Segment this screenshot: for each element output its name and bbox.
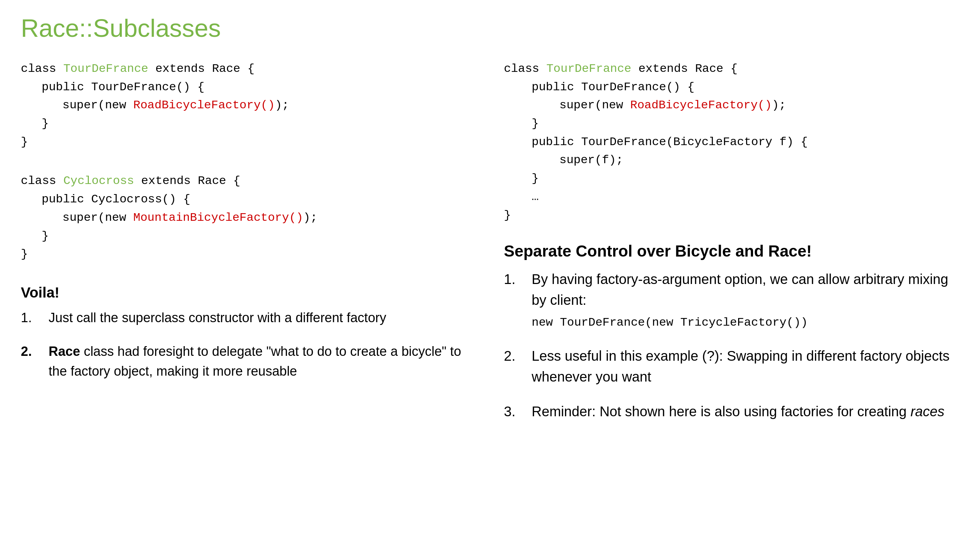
page-title: Race::Subclasses — [21, 14, 959, 42]
list-text-1: Just call the superclass constructor wit… — [49, 308, 386, 328]
keyword: class — [504, 62, 546, 75]
code-line: } — [504, 115, 959, 133]
race-bold: Race — [49, 344, 80, 359]
code-block-cyclocross: class Cyclocross extends Race { public C… — [21, 172, 476, 263]
code-line: } — [21, 245, 476, 263]
code-line: super(new RoadBicycleFactory()); — [504, 96, 959, 115]
code-line: super(new MountainBicycleFactory()); — [21, 209, 476, 227]
extends-race: extends Race { — [631, 62, 737, 75]
factory-name: RoadBicycleFactory() — [630, 99, 772, 112]
constructor-decl: public TourDeFrance() { — [41, 81, 204, 94]
right-list-item-3: 3. Reminder: Not shown here is also usin… — [504, 401, 959, 422]
classname-tourdeFrance: TourDeFrance — [546, 62, 631, 75]
keyword: class — [21, 62, 63, 75]
keyword: class — [21, 174, 63, 187]
super-call: super(new — [559, 99, 630, 112]
voila-section: Voila! 1. Just call the superclass const… — [21, 284, 476, 381]
code-line: } — [504, 206, 959, 225]
classname-cyclocross: Cyclocross — [63, 174, 134, 187]
semicolon: ); — [303, 211, 318, 224]
code-line: … — [504, 188, 959, 206]
separate-control-section: Separate Control over Bicycle and Race! … — [504, 242, 959, 422]
constructor-decl: public Cyclocross() { — [41, 193, 190, 206]
code-line: super(new RoadBicycleFactory()); — [21, 96, 476, 115]
right-list-text-1-main: By having factory-as-argument option, we… — [531, 271, 948, 308]
code-line: } — [504, 169, 959, 188]
super-call: super(new — [62, 99, 133, 112]
code-line: public TourDeFrance() { — [504, 78, 959, 97]
code-block-tourdeFrance-extended: class TourDeFrance extends Race { public… — [504, 60, 959, 224]
list-number-2: 2. — [21, 341, 41, 381]
left-column: class TourDeFrance extends Race { public… — [21, 60, 476, 381]
semicolon: ); — [772, 99, 786, 112]
separate-control-list: 1. By having factory-as-argument option,… — [504, 269, 959, 422]
right-list-text-2: Less useful in this example (?): Swappin… — [531, 345, 959, 387]
code-line: public TourDeFrance() { — [21, 78, 476, 97]
list-item-1: 1. Just call the superclass constructor … — [21, 308, 476, 328]
classname-tourdeFrance: TourDeFrance — [63, 62, 148, 75]
code-block-tourdeFrance-original: class TourDeFrance extends Race { public… — [21, 60, 476, 151]
right-list-number-2: 2. — [504, 345, 525, 387]
code-line: class TourDeFrance extends Race { — [21, 60, 476, 78]
separate-control-heading: Separate Control over Bicycle and Race! — [504, 242, 959, 260]
inline-code-1: new TourDeFrance(new TricycleFactory()) — [531, 314, 959, 332]
code-line: } — [21, 115, 476, 133]
code-line: } — [21, 227, 476, 246]
main-layout: class TourDeFrance extends Race { public… — [21, 60, 959, 422]
voila-heading: Voila! — [21, 284, 476, 301]
right-list-text-3: Reminder: Not shown here is also using f… — [531, 401, 944, 422]
super-call: super(new — [62, 211, 133, 224]
code-line: public TourDeFrance(BicycleFactory f) { — [504, 133, 959, 152]
voila-list: 1. Just call the superclass constructor … — [21, 308, 476, 381]
right-column: class TourDeFrance extends Race { public… — [504, 60, 959, 422]
code-line: class Cyclocross extends Race { — [21, 172, 476, 190]
right-list-text-1: By having factory-as-argument option, we… — [531, 269, 959, 332]
right-list-item-2: 2. Less useful in this example (?): Swap… — [504, 345, 959, 387]
factory-name: MountainBicycleFactory() — [133, 211, 303, 224]
code-line: super(f); — [504, 151, 959, 169]
right-list-item-1: 1. By having factory-as-argument option,… — [504, 269, 959, 332]
semicolon: ); — [275, 99, 289, 112]
extends-race: extends Race { — [148, 62, 255, 75]
list-text-2: Race class had foresight to delegate "wh… — [49, 341, 476, 381]
code-line: public Cyclocross() { — [21, 190, 476, 209]
italic-races: races — [911, 404, 945, 419]
code-line: } — [21, 133, 476, 152]
right-list-number-1: 1. — [504, 269, 525, 332]
factory-name: RoadBicycleFactory() — [133, 99, 275, 112]
code-line: class TourDeFrance extends Race { — [504, 60, 959, 78]
extends-race: extends Race { — [134, 174, 240, 187]
right-list-number-3: 3. — [504, 401, 525, 422]
list-item-2: 2. Race class had foresight to delegate … — [21, 341, 476, 381]
list-number-1: 1. — [21, 308, 41, 328]
list-text-2-after: class had foresight to delegate "what to… — [49, 344, 461, 378]
